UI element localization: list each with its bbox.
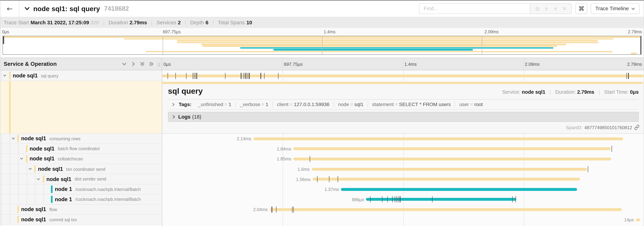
- span-service-name: node sql1: [21, 135, 46, 142]
- span-duration-bar[interactable]: [312, 168, 587, 171]
- tag-item[interactable]: statement=SELECT * FROM users: [368, 102, 455, 107]
- span-name-cell[interactable]: node 1/cockroach.roachpb.Internal/Batch: [0, 194, 162, 204]
- tag-value: 1: [228, 102, 231, 107]
- span-duration-bar[interactable]: [294, 147, 611, 150]
- span-service-name: node sql1: [30, 156, 54, 162]
- span-name-cell[interactable]: node sql1consuming rows: [0, 134, 162, 144]
- tag-item[interactable]: _unfinished=1: [194, 102, 236, 107]
- collapse-all-icon[interactable]: [140, 61, 145, 67]
- expand-one-icon[interactable]: [131, 61, 136, 67]
- find-next-icon[interactable]: ∨: [551, 6, 560, 11]
- span-duration-bar[interactable]: [636, 218, 640, 221]
- span-bar-cell[interactable]: 1.6ms: [162, 164, 644, 174]
- find-group: ◎ ∧ ∨ ✕: [419, 3, 572, 14]
- tree-guide-line: [18, 194, 18, 204]
- span-bar-cell[interactable]: 2.14ms: [162, 134, 644, 144]
- tree-guide-line: [1, 144, 2, 154]
- minimap-left-scrubber[interactable]: [3, 36, 4, 44]
- span-bar-cell[interactable]: 2.04ms: [162, 204, 644, 214]
- span-bar-cell[interactable]: 1.84ms: [162, 144, 644, 154]
- span-name-cell[interactable]: node 1/cockroach.roachpb.Internal/Batch: [0, 184, 162, 194]
- trace-minimap[interactable]: [2, 36, 642, 55]
- find-prev-icon[interactable]: ∧: [542, 6, 551, 11]
- tree-guide-line: [10, 164, 10, 174]
- chevron-down-icon[interactable]: [2, 73, 7, 78]
- span-name-cell[interactable]: node sql1sql query: [0, 70, 162, 81]
- tag-item[interactable]: node=sql1: [334, 102, 368, 107]
- back-button[interactable]: ←: [0, 0, 19, 17]
- find-clear-icon[interactable]: ✕: [560, 6, 569, 11]
- link-icon[interactable]: [634, 125, 640, 130]
- tree-guide-line: [18, 164, 18, 174]
- span-name-cell[interactable]: node sql1flow: [0, 204, 162, 214]
- log-tick-mark: [387, 196, 388, 202]
- column-resizer-handle[interactable]: ||: [157, 62, 160, 67]
- span-duration-label: 1.84ms: [277, 146, 291, 151]
- tag-item[interactable]: _verbose=1: [236, 102, 272, 107]
- tree-guide-line: [35, 184, 35, 194]
- log-tick-mark: [512, 196, 513, 202]
- span-color-bar: [51, 196, 52, 203]
- span-detail-title: sql query: [168, 87, 502, 96]
- chevron-down-icon[interactable]: [28, 167, 32, 171]
- tree-guide-line: [18, 154, 18, 164]
- span-duration-bar[interactable]: [341, 188, 577, 191]
- span-row: node sql1txn coordinator send1.6ms: [0, 164, 644, 174]
- span-name-cell[interactable]: node sql1txn coordinator send: [0, 164, 162, 174]
- keyboard-shortcuts-button[interactable]: ⌘: [575, 3, 588, 14]
- span-bar-cell[interactable]: 886μs: [162, 194, 644, 204]
- span-duration-bar[interactable]: [253, 137, 623, 140]
- span-duration-bar[interactable]: [294, 158, 612, 161]
- log-tick-mark: [329, 176, 330, 182]
- minimap-right-scrubber[interactable]: [640, 36, 641, 54]
- depth-value: 6: [206, 20, 208, 26]
- span-name-cell[interactable]: node sql1colbatchscan: [0, 154, 162, 164]
- log-tick-mark: [370, 196, 370, 202]
- span-duration-bar[interactable]: [366, 198, 516, 201]
- minimap-span-bar: [274, 49, 472, 51]
- span-name-cell[interactable]: node sql1batch flow coordinator: [0, 144, 162, 154]
- expand-all-icon[interactable]: [149, 61, 154, 67]
- log-tick-mark: [248, 73, 248, 79]
- tag-item[interactable]: user=root: [455, 102, 487, 107]
- tree-guide-line: [18, 174, 18, 184]
- span-duration-bar[interactable]: [313, 178, 580, 181]
- tag-item[interactable]: client=127.0.0.1:59936: [272, 102, 334, 107]
- log-tick-mark: [294, 206, 294, 213]
- logs-expander-row[interactable]: Logs (18): [168, 112, 639, 122]
- log-tick-mark: [392, 196, 393, 202]
- span-bar-cell[interactable]: 14μs: [162, 215, 644, 225]
- locate-icon[interactable]: ◎: [533, 6, 542, 11]
- log-tick-mark: [382, 196, 382, 202]
- collapse-one-icon[interactable]: [122, 61, 127, 67]
- span-bar-cell[interactable]: 1.56ms: [162, 174, 644, 184]
- tick-label: 2.09ms: [525, 62, 540, 67]
- find-input[interactable]: [419, 3, 530, 14]
- span-detail-meta: Service: node sql1 | Duration: 2.79ms | …: [502, 89, 639, 95]
- trace-collapse-icon[interactable]: [24, 6, 30, 12]
- span-name-cell[interactable]: node sql1dist sender send: [0, 174, 162, 184]
- tags-expander-row[interactable]: Tags: _unfinished=1_verbose=1client=127.…: [168, 100, 639, 110]
- span-name-cell[interactable]: node sql1commit sql txn: [0, 215, 162, 225]
- span-duration-bar[interactable]: [270, 208, 622, 211]
- log-tick-mark: [196, 73, 197, 79]
- span-bar-cell[interactable]: [162, 70, 644, 81]
- chevron-down-icon[interactable]: [11, 136, 16, 141]
- span-operation-name: batch flow coordinator: [58, 146, 100, 151]
- command-icon: ⌘: [578, 5, 584, 12]
- log-tick-mark: [193, 73, 193, 79]
- span-row: node sql1commit sql txn14μs: [0, 215, 644, 225]
- tag-value: root: [474, 102, 483, 107]
- tree-guide-line: [26, 164, 27, 174]
- view-selector-button[interactable]: Trace Timeline: [591, 3, 640, 14]
- span-bar-cell[interactable]: 1.85ms: [162, 154, 644, 164]
- span-duration-label: Duration:: [555, 89, 576, 95]
- chevron-down-icon[interactable]: [36, 177, 41, 181]
- trace-id-short: 7418682: [104, 5, 129, 12]
- log-tick-mark: [588, 166, 588, 172]
- tag-key: statement: [372, 102, 394, 107]
- span-bar-cell[interactable]: 1.37ms: [162, 184, 644, 194]
- span-duration-bar[interactable]: [162, 74, 644, 77]
- tree-guide-line: [1, 164, 2, 174]
- chevron-down-icon[interactable]: [19, 157, 24, 161]
